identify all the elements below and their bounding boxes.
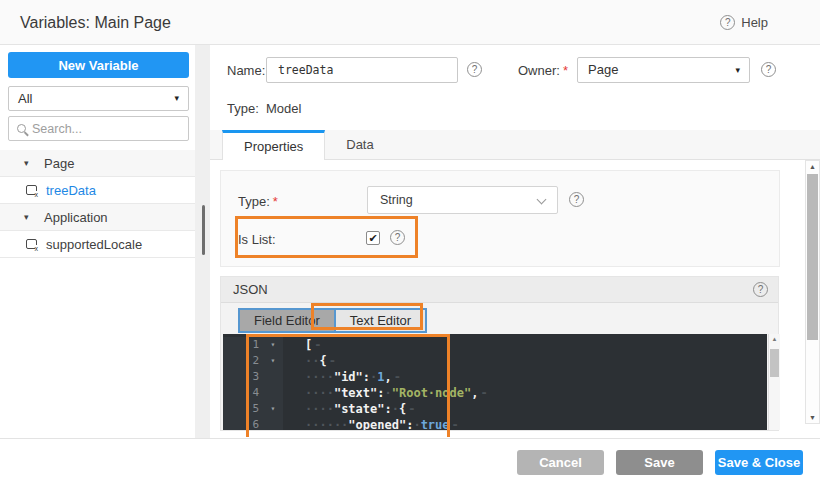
code-line-4[interactable]: 4····"text":·"Root·node",- (223, 385, 767, 401)
help-icon: ? (720, 15, 735, 30)
fold-spacer (263, 417, 283, 430)
filter-dropdown-value: All (18, 91, 32, 106)
line-number: 1 (223, 337, 263, 353)
code-text: ··{- (283, 354, 336, 368)
required-marker: * (563, 63, 568, 78)
line-number: 2 (223, 353, 263, 369)
is-list-help-icon[interactable]: ? (390, 230, 405, 245)
title-bar: Variables: Main Page ? Help (0, 0, 820, 45)
variable-tree: ▾PagetreeData▾ApplicationsupportedLocale (0, 150, 195, 258)
search-input[interactable] (32, 122, 193, 136)
code-line-1[interactable]: 1▾[- (223, 337, 767, 353)
tree-item-label: Page (44, 156, 74, 171)
tree-variable-supportedlocale[interactable]: supportedLocale (0, 231, 195, 258)
variables-sidebar: New Variable All ▾ ▾PagetreeData▾Applica… (0, 45, 195, 438)
caret-down-icon: ▾ (735, 58, 740, 82)
sidebar-scrollbar-thumb[interactable] (202, 205, 205, 255)
code-text: ····"id":·1,- (283, 370, 401, 384)
editor-scrollbar-thumb[interactable] (770, 349, 779, 377)
required-marker: * (273, 194, 278, 209)
variable-icon (26, 185, 37, 195)
fold-spacer (263, 369, 283, 385)
variables-dialog: Variables: Main Page ? Help New Variable… (0, 0, 820, 490)
name-help-icon[interactable]: ? (467, 62, 482, 77)
text-editor-button[interactable]: Text Editor (334, 308, 427, 333)
chevron-down-icon (537, 195, 547, 205)
search-box (8, 116, 189, 141)
code-text: [- (283, 338, 321, 352)
field-editor-button[interactable]: Field Editor (238, 308, 336, 333)
json-code-editor[interactable]: 1▾[-2▾··{-3····"id":·1,-4····"text":·"Ro… (223, 334, 767, 430)
owner-help-icon[interactable]: ? (761, 62, 776, 77)
tree-item-label: Application (44, 210, 108, 225)
editor-scroll-up-icon[interactable]: ▲ (769, 336, 780, 342)
property-type-label: Type:* (238, 194, 278, 209)
main-scrollbar-thumb[interactable] (807, 174, 818, 340)
owner-label: Owner:* (518, 63, 568, 78)
code-text: ······"opened":·true- (283, 418, 459, 430)
variable-icon (26, 239, 37, 249)
variable-detail-pane: Name:* ? Owner:* Page ▾ ? Type: Model Pr… (210, 45, 820, 438)
line-number: 3 (223, 369, 263, 385)
json-panel-header: JSON ? (221, 277, 778, 303)
fold-arrow-icon[interactable]: ▾ (263, 337, 283, 353)
tab-properties[interactable]: Properties (222, 130, 325, 160)
scroll-down-icon[interactable]: ▼ (806, 414, 819, 421)
footer-bar: CancelSaveSave & Close (0, 438, 820, 490)
tree-item-label: treeData (46, 183, 96, 198)
code-text: ····"state":·{- (283, 402, 415, 416)
fold-arrow-icon[interactable]: ▾ (263, 401, 283, 417)
help-button[interactable]: ? Help (720, 15, 768, 30)
page-title: Variables: Main Page (20, 0, 171, 45)
type-label: Type: (227, 101, 259, 116)
collapse-arrow-icon: ▾ (24, 212, 44, 222)
is-list-checkbox[interactable]: ✔ (366, 231, 380, 245)
fold-arrow-icon[interactable]: ▾ (263, 353, 283, 369)
tree-group-application[interactable]: ▾Application (0, 204, 195, 231)
tab-bar: PropertiesData (210, 130, 820, 160)
code-line-3[interactable]: 3····"id":·1,- (223, 369, 767, 385)
is-list-label: Is List: (238, 232, 276, 247)
properties-scroll-area: Type:* String ? Is List: ✔ ? JSON ? Fiel… (210, 160, 820, 438)
type-select[interactable]: String (367, 186, 558, 214)
properties-panel: Type:* String ? Is List: ✔ ? (220, 170, 780, 267)
code-line-2[interactable]: 2▾··{- (223, 353, 767, 369)
search-icon (17, 124, 26, 133)
editor-scrollbar[interactable]: ▲ (768, 334, 780, 430)
tab-data[interactable]: Data (325, 130, 394, 159)
scroll-up-icon[interactable]: ▲ (806, 163, 819, 170)
code-line-6[interactable]: 6······"opened":·true- (223, 417, 767, 430)
json-help-icon[interactable]: ? (753, 282, 768, 297)
owner-select-value: Page (588, 62, 618, 77)
save-button[interactable]: Save (616, 450, 703, 475)
caret-down-icon: ▾ (174, 87, 179, 110)
type-value: Model (266, 101, 301, 116)
json-panel-title: JSON (233, 277, 268, 303)
filter-dropdown[interactable]: All ▾ (8, 86, 189, 111)
line-number: 6 (223, 417, 263, 430)
main-scrollbar[interactable]: ▲ ▼ (805, 160, 820, 424)
tree-item-label: supportedLocale (46, 237, 142, 252)
json-panel: JSON ? Field EditorText Editor 1▾[-2▾··{… (220, 276, 779, 431)
code-line-5[interactable]: 5▾····"state":·{- (223, 401, 767, 417)
name-input[interactable] (266, 57, 458, 83)
line-number: 5 (223, 401, 263, 417)
line-number: 4 (223, 385, 263, 401)
save-close-button[interactable]: Save & Close (715, 450, 803, 475)
editor-mode-buttons: Field EditorText Editor (238, 308, 427, 333)
owner-select[interactable]: Page ▾ (577, 57, 750, 83)
tree-variable-treedata[interactable]: treeData (0, 177, 195, 204)
type-select-value: String (380, 193, 413, 207)
code-text: ····"text":·"Root·node",- (283, 386, 488, 400)
collapse-arrow-icon: ▾ (24, 158, 44, 168)
cancel-button[interactable]: Cancel (517, 450, 604, 475)
fold-spacer (263, 385, 283, 401)
help-label: Help (741, 15, 768, 30)
tree-group-page[interactable]: ▾Page (0, 150, 195, 177)
new-variable-button[interactable]: New Variable (8, 52, 189, 78)
type-help-icon[interactable]: ? (569, 192, 584, 207)
